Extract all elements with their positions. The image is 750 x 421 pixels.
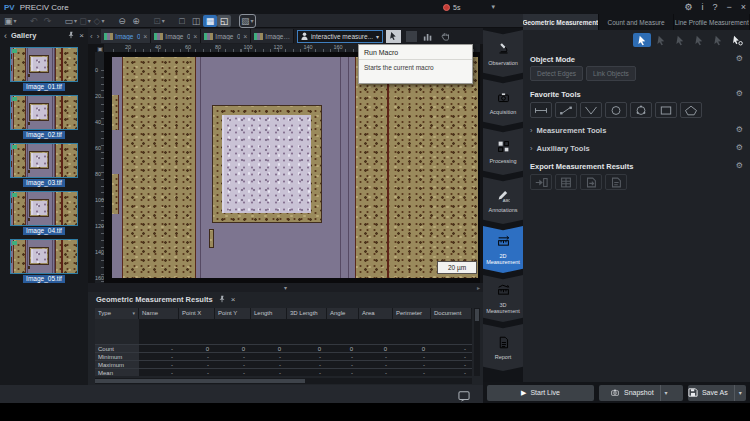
- viewer-scrollbar[interactable]: ▾ ▸: [88, 283, 483, 292]
- redo-icon[interactable]: ↷: [41, 15, 55, 27]
- image-viewer[interactable]: ▣ 20406080100120140160180200220240 02040…: [88, 44, 483, 283]
- gallery-item-label[interactable]: Image_04.tif: [23, 227, 65, 235]
- select-by-type-icon[interactable]: [652, 33, 670, 47]
- gallery-item[interactable]: Image_05.tif: [0, 239, 88, 283]
- gallery-collapse-icon[interactable]: ‹: [4, 31, 7, 41]
- close-icon[interactable]: ×: [741, 0, 746, 14]
- select-measurement-icon[interactable]: [633, 33, 651, 47]
- gallery-item-label[interactable]: Image_03.tif: [23, 179, 65, 187]
- panel-tab[interactable]: Count and Measure: [599, 14, 675, 30]
- grid-view-icon[interactable]: ▦: [203, 15, 217, 27]
- gallery-item[interactable]: Image_02.tif: [0, 95, 88, 139]
- pin-icon[interactable]: [67, 31, 75, 41]
- tabs-scroll-right-icon[interactable]: ›: [95, 32, 102, 41]
- circle-tool-icon[interactable]: [605, 102, 627, 118]
- column-header[interactable]: Angle: [327, 308, 359, 319]
- notification-icon[interactable]: [458, 388, 470, 406]
- nav-item-report[interactable]: Report: [483, 324, 523, 371]
- image-tab[interactable]: Image_01.tif×: [101, 29, 151, 43]
- zoom-in-icon[interactable]: ⊕: [129, 15, 143, 27]
- gallery-close-icon[interactable]: ×: [79, 31, 84, 40]
- snapshot-button[interactable]: Snapshot▾: [599, 385, 683, 401]
- gallery-thumbnail[interactable]: [10, 191, 78, 226]
- column-header[interactable]: Length: [251, 308, 287, 319]
- nav-item-processing[interactable]: Processing: [483, 128, 523, 175]
- split-view-icon[interactable]: ◫: [189, 15, 203, 27]
- roi-button[interactable]: [406, 31, 417, 42]
- results-close-icon[interactable]: ×: [231, 295, 236, 304]
- select-multiple-icon[interactable]: [671, 33, 689, 47]
- column-header[interactable]: Type▾: [95, 308, 139, 319]
- export-share-icon[interactable]: [530, 174, 552, 190]
- column-header[interactable]: 3D Length: [287, 308, 327, 319]
- line-tool-icon[interactable]: [555, 102, 577, 118]
- auxiliary-tools-gear-icon[interactable]: ⚙: [736, 143, 743, 152]
- snapshot-tool-icon[interactable]: ▣▾: [3, 15, 18, 27]
- filter-chevron-icon[interactable]: ▾: [132, 310, 135, 316]
- image-tab[interactable]: Image_03.tif×: [201, 29, 251, 43]
- export-file-icon[interactable]: [580, 174, 602, 190]
- measurement-tools-gear-icon[interactable]: ⚙: [736, 125, 743, 134]
- detect-edges-button[interactable]: Detect Edges: [530, 66, 583, 81]
- column-header[interactable]: Point Y: [215, 308, 251, 319]
- gallery-item[interactable]: Image_03.tif: [0, 143, 88, 187]
- help-icon[interactable]: ?: [712, 0, 717, 14]
- select-frame-icon[interactable]: [690, 33, 708, 47]
- histogram-button[interactable]: [421, 30, 435, 43]
- zoom-out-icon[interactable]: ⊖: [115, 15, 129, 27]
- gallery-thumbnail[interactable]: [10, 47, 78, 82]
- panel-tab[interactable]: Geometric Measurement: [523, 14, 599, 30]
- scroll-right-icon[interactable]: ▸: [477, 284, 480, 291]
- interactive-measure-combo[interactable]: interactive measure... ▾: [297, 30, 383, 43]
- favorite-tools-gear-icon[interactable]: ⚙: [736, 89, 743, 98]
- nav-item-3d-measurement[interactable]: 3D Measurement: [483, 275, 523, 322]
- timer-chevron-icon[interactable]: ▾: [491, 3, 495, 11]
- settings-gear-icon[interactable]: ⚙: [684, 0, 692, 14]
- pan-button[interactable]: [439, 30, 453, 43]
- gallery-thumbnail[interactable]: [10, 143, 78, 178]
- image-canvas[interactable]: [104, 52, 480, 283]
- gallery-item[interactable]: Image_01.tif: [0, 47, 88, 91]
- nav-item-acquisition[interactable]: Acquisition: [483, 79, 523, 126]
- column-header[interactable]: Point X: [179, 308, 215, 319]
- results-table[interactable]: Type▾NamePoint XPoint YLength3D LengthAn…: [95, 308, 472, 376]
- column-header[interactable]: Perimeter: [393, 308, 431, 319]
- tabs-scroll-left-icon[interactable]: ‹: [88, 32, 95, 41]
- nav-item-observation[interactable]: Observation: [483, 30, 523, 77]
- results-vscrollbar[interactable]: [474, 308, 480, 376]
- undo-icon[interactable]: ↶: [27, 15, 41, 27]
- rectangle-tool-icon[interactable]: [655, 102, 677, 118]
- tool-options-icon[interactable]: [728, 33, 746, 47]
- select-rectangle-icon[interactable]: ▭▾: [64, 15, 79, 27]
- auxiliary-tools-section[interactable]: ›Auxiliary Tools: [530, 144, 590, 153]
- image-tab[interactable]: Image…: [251, 29, 294, 43]
- tab-close-icon[interactable]: ×: [193, 33, 197, 40]
- transform-object-icon[interactable]: ◇▾: [92, 15, 106, 27]
- export-gear-icon[interactable]: ⚙: [736, 161, 743, 170]
- tab-close-icon[interactable]: ×: [243, 33, 247, 40]
- link-objects-button[interactable]: Link Objects: [586, 66, 636, 81]
- micrograph-image[interactable]: [112, 57, 478, 278]
- collapse-handle-icon[interactable]: ▾: [284, 284, 287, 291]
- exposure-timer[interactable]: 5s ▾: [443, 1, 495, 13]
- chevron-down-icon[interactable]: ▾: [660, 385, 672, 401]
- panel-tab[interactable]: Line Profile Measurement: [674, 14, 750, 30]
- zoom-level-icon[interactable]: ⊡▾: [152, 15, 166, 27]
- gallery-thumbnail[interactable]: [10, 239, 78, 274]
- overlay-layer-icon[interactable]: ▧▾: [240, 15, 255, 27]
- minimize-icon[interactable]: −: [726, 0, 731, 14]
- gallery-thumbnail[interactable]: [10, 95, 78, 130]
- angle-tool-icon[interactable]: [580, 102, 602, 118]
- results-pin-icon[interactable]: [218, 295, 226, 305]
- pointer-select-button[interactable]: [386, 30, 401, 43]
- info-icon[interactable]: i: [701, 0, 703, 14]
- nav-item-annotations[interactable]: ABCAnnotations: [483, 177, 523, 224]
- column-header[interactable]: Name: [139, 308, 179, 319]
- results-hscrollbar[interactable]: [95, 378, 472, 384]
- gallery-item-label[interactable]: Image_02.tif: [23, 131, 65, 139]
- save-as-button[interactable]: Save As▾: [688, 385, 746, 401]
- move-object-icon[interactable]: ◻▾: [78, 15, 92, 27]
- horizontal-line-tool-icon[interactable]: [530, 102, 552, 118]
- tab-close-icon[interactable]: ×: [143, 33, 147, 40]
- image-tab[interactable]: Image_02.tif×: [151, 29, 201, 43]
